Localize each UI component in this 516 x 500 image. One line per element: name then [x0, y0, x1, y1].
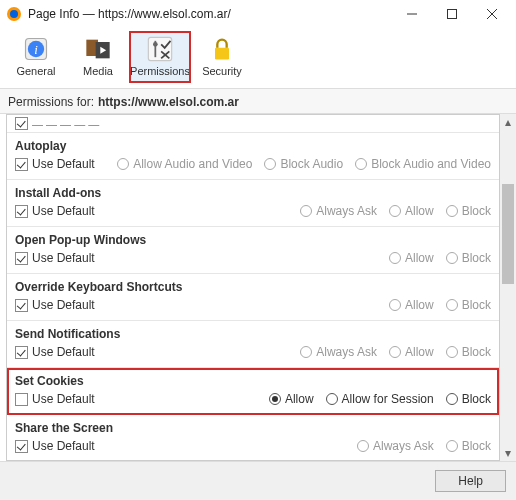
options-group: Always Ask Allow Block: [95, 204, 491, 218]
use-default-label: Use Default: [32, 392, 95, 406]
tab-label: Security: [202, 65, 242, 77]
options-group: Always Ask Block: [95, 439, 491, 453]
checkbox-icon: [15, 299, 28, 312]
checkbox-icon: [15, 440, 28, 453]
radio-allow[interactable]: Allow: [389, 345, 434, 359]
radio-allow[interactable]: Allow: [269, 392, 314, 406]
info-icon: i: [22, 35, 50, 63]
options-group: Allow Block: [95, 251, 491, 265]
svg-rect-17: [215, 48, 229, 60]
radio-always-ask[interactable]: Always Ask: [300, 204, 377, 218]
radio-icon: [446, 252, 458, 264]
radio-allow[interactable]: Allow: [389, 251, 434, 265]
radio-block[interactable]: Block: [446, 251, 491, 265]
tab-security[interactable]: Security: [192, 32, 252, 82]
use-default-checkbox[interactable]: Use Default: [15, 298, 95, 312]
close-button[interactable]: [472, 0, 512, 28]
radio-icon: [389, 205, 401, 217]
options-group: Allow Allow for Session Block: [95, 392, 491, 406]
checkbox-icon: [15, 117, 28, 130]
use-default-label: Use Default: [32, 157, 95, 171]
radio-icon: [269, 393, 281, 405]
radio-icon: [357, 440, 369, 452]
use-default-checkbox[interactable]: Use Default: [15, 392, 95, 406]
use-default-label: Use Default: [32, 251, 95, 265]
toolbar: i General Media Permissions Security: [0, 28, 516, 88]
subheader-label: Permissions for:: [8, 95, 94, 109]
lock-icon: [208, 35, 236, 63]
radio-block-av[interactable]: Block Audio and Video: [355, 157, 491, 171]
minimize-button[interactable]: [392, 0, 432, 28]
radio-allow-av[interactable]: Allow Audio and Video: [117, 157, 252, 171]
scrollbar-thumb[interactable]: [502, 184, 514, 284]
tab-label: Media: [83, 65, 113, 77]
row-share-screen: Share the Screen Use Default Always Ask …: [7, 415, 499, 461]
use-default-label: Use Default: [32, 439, 95, 453]
radio-icon: [446, 299, 458, 311]
use-default-checkbox[interactable]: — — — — —: [15, 117, 99, 130]
use-default-checkbox[interactable]: Use Default: [15, 345, 95, 359]
radio-allow[interactable]: Allow: [389, 204, 434, 218]
checkbox-icon: [15, 346, 28, 359]
checkbox-icon: [15, 393, 28, 406]
scrollbar[interactable]: ▴ ▾: [500, 114, 516, 461]
radio-icon: [389, 252, 401, 264]
row-autoplay: Autoplay Use Default Allow Audio and Vid…: [7, 133, 499, 180]
radio-icon: [446, 205, 458, 217]
footer: Help: [0, 461, 516, 500]
subheader-url: https://www.elsol.com.ar: [98, 95, 239, 109]
permissions-for-label: Permissions for: https://www.elsol.com.a…: [0, 88, 516, 114]
row-set-cookies: Set Cookies Use Default Allow Allow for …: [7, 368, 499, 415]
svg-rect-3: [448, 10, 457, 19]
scroll-down-icon[interactable]: ▾: [500, 445, 516, 461]
row-title: Install Add-ons: [15, 186, 491, 200]
radio-icon: [446, 346, 458, 358]
window-title: Page Info — https://www.elsol.com.ar/: [28, 7, 392, 21]
tab-label: Permissions: [130, 65, 190, 77]
maximize-button[interactable]: [432, 0, 472, 28]
titlebar: Page Info — https://www.elsol.com.ar/: [0, 0, 516, 28]
use-default-checkbox[interactable]: Use Default: [15, 251, 95, 265]
row-title: Autoplay: [15, 139, 491, 153]
row-keyboard: Override Keyboard Shortcuts Use Default …: [7, 274, 499, 321]
radio-always-ask[interactable]: Always Ask: [357, 439, 434, 453]
use-default-checkbox[interactable]: Use Default: [15, 439, 95, 453]
radio-allow-session[interactable]: Allow for Session: [326, 392, 434, 406]
row-title: Set Cookies: [15, 374, 491, 388]
permissions-panel: — — — — — Autoplay Use Default Allow Aud…: [6, 114, 500, 461]
radio-icon: [300, 346, 312, 358]
row-title: Override Keyboard Shortcuts: [15, 280, 491, 294]
use-default-label: Use Default: [32, 298, 95, 312]
radio-block[interactable]: Block: [446, 439, 491, 453]
tab-label: General: [16, 65, 55, 77]
tab-media[interactable]: Media: [68, 32, 128, 82]
svg-point-1: [10, 10, 18, 18]
firefox-icon: [6, 6, 22, 22]
checkbox-icon: [15, 158, 28, 171]
radio-allow[interactable]: Allow: [389, 298, 434, 312]
row-title: Share the Screen: [15, 421, 491, 435]
tab-general[interactable]: i General: [6, 32, 66, 82]
row-title: Send Notifications: [15, 327, 491, 341]
svg-point-14: [153, 42, 158, 47]
tab-permissions[interactable]: Permissions: [130, 32, 190, 82]
radio-block[interactable]: Block: [446, 392, 491, 406]
scroll-up-icon[interactable]: ▴: [500, 114, 516, 130]
svg-text:i: i: [34, 43, 38, 57]
radio-block[interactable]: Block: [446, 345, 491, 359]
radio-block[interactable]: Block: [446, 298, 491, 312]
radio-icon: [389, 299, 401, 311]
row-title: Open Pop-up Windows: [15, 233, 491, 247]
use-default-checkbox[interactable]: Use Default: [15, 157, 95, 171]
row-notifications: Send Notifications Use Default Always As…: [7, 321, 499, 368]
checkbox-icon: [15, 252, 28, 265]
help-button[interactable]: Help: [435, 470, 506, 492]
row-truncated-top: — — — — —: [7, 115, 499, 133]
radio-icon: [117, 158, 129, 170]
radio-block-audio[interactable]: Block Audio: [264, 157, 343, 171]
radio-icon: [300, 205, 312, 217]
radio-block[interactable]: Block: [446, 204, 491, 218]
use-default-checkbox[interactable]: Use Default: [15, 204, 95, 218]
radio-always-ask[interactable]: Always Ask: [300, 345, 377, 359]
options-group: Allow Block: [95, 298, 491, 312]
